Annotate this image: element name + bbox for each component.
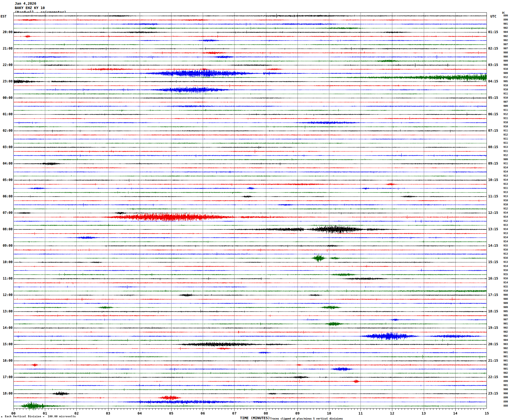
est-hour-label: 23:00	[0, 79, 13, 83]
dc-offset-value: 910	[496, 199, 508, 202]
dc-offset-value: 902	[496, 363, 508, 366]
seismogram-trace-canvas	[13, 12, 487, 412]
dc-offset-value: 910	[496, 84, 508, 87]
dc-offset-value: 910	[496, 96, 508, 99]
dc-offset-value: 912	[496, 207, 508, 210]
dc-offset-value: 914	[496, 166, 508, 169]
dc-offset-value: 905	[496, 314, 508, 317]
dc-offset-value: 902	[496, 347, 508, 350]
dc-offset-value: 911	[496, 129, 508, 132]
dc-offset-value: 904	[496, 339, 508, 341]
dc-offset-value: 908	[496, 55, 508, 58]
dc-offset-value: 914	[496, 265, 508, 267]
dc-offset-value: 916	[496, 269, 508, 272]
x-tick-label: 15	[485, 411, 489, 415]
dc-offset-value: 912	[496, 154, 508, 157]
dc-offset-value: 907	[496, 43, 508, 46]
dc-offset-value: 899	[496, 18, 508, 21]
helicorder-app: { "header": { "date": "Jan 4,2026", "sta…	[0, 0, 509, 420]
dc-offset-value: 903	[496, 343, 508, 346]
dc-offset-value: 916	[496, 277, 508, 280]
dc-offset-value: 916	[496, 257, 508, 259]
dc-offset-value: 901	[496, 359, 508, 362]
dc-offset-value: 911	[496, 109, 508, 111]
est-hour-label: 14:00	[0, 326, 13, 330]
dc-offset-value: 915	[496, 244, 508, 247]
dc-offset-value: 909	[496, 72, 508, 74]
dc-offset-value: 913	[496, 191, 508, 194]
dc-offset-value: 902	[496, 326, 508, 329]
est-hour-label: 11:00	[0, 277, 13, 280]
dc-offset-value: 913	[496, 174, 508, 177]
dc-offset-value: 913	[496, 232, 508, 235]
dc-offset-value: 909	[496, 306, 508, 309]
dc-offset-value: 914	[496, 211, 508, 214]
est-hour-label: 22:00	[0, 63, 13, 67]
est-hour-label: 12:00	[0, 293, 13, 297]
x-tick-label: 09	[295, 411, 300, 415]
dc-offset-value: 901	[496, 355, 508, 358]
x-tick-label: 14	[453, 411, 457, 415]
dc-offset-value: 912	[496, 76, 508, 79]
dc-offset-value: 914	[496, 179, 508, 181]
est-hour-label: 06:00	[0, 194, 13, 198]
dc-offset-value: 905	[496, 310, 508, 313]
x-tick-label: 10	[327, 411, 331, 415]
est-hour-label: 21:00	[0, 47, 13, 50]
dc-offset-value: 907	[496, 47, 508, 50]
x-tick-label: 05	[169, 411, 173, 415]
dc-offset-value: 902	[496, 372, 508, 374]
dc-offset-value: 911	[496, 142, 508, 144]
dc-offset-value: 914	[496, 170, 508, 173]
dc-offset-value: 900	[496, 392, 508, 395]
dc-offset-value: 915	[496, 273, 508, 276]
x-tick-label: 12	[390, 411, 394, 415]
est-hour-label: 13:00	[0, 309, 13, 313]
dc-offset-value: 913	[496, 195, 508, 198]
dc-offset-value: 908	[496, 64, 508, 66]
dc-offset-value: 910	[496, 88, 508, 91]
dc-offset-header: DC	[502, 12, 505, 14]
est-hour-label: 03:00	[0, 145, 13, 149]
dc-offset-value: 908	[496, 51, 508, 54]
x-tick-label: 08	[264, 411, 268, 415]
dc-offset-value: 914	[496, 215, 508, 218]
dc-offset-value: 905	[496, 80, 508, 83]
date-title: Jan 4,2026	[15, 1, 36, 5]
dc-offset-value: 909	[496, 105, 508, 107]
dc-offset-value: 912	[496, 220, 508, 222]
dc-offset-value: 914	[496, 240, 508, 243]
est-hour-label: 07:00	[0, 211, 13, 215]
scale-note: Each Vertical Division = 100.00 microvol…	[5, 415, 76, 418]
station-title: BAKY EHZ KY 10	[15, 6, 45, 10]
dc-offset-value: 914	[496, 236, 508, 239]
dc-offset-value: 914	[496, 228, 508, 231]
dc-offset-value: 900	[496, 388, 508, 391]
dc-offset-value: 914	[496, 281, 508, 284]
est-hour-label: 00:00	[0, 96, 13, 100]
dc-offset-value: 911	[496, 150, 508, 153]
x-tick-label: 11	[358, 411, 363, 415]
dc-offset-value: 901	[496, 367, 508, 370]
dc-offset-value: 911	[496, 92, 508, 95]
x-tick-label: 02	[75, 411, 79, 415]
dc-offset-value: 912	[496, 133, 508, 136]
est-hour-label: 09:00	[0, 244, 13, 248]
dc-offset-value: 904	[496, 31, 508, 33]
dc-offset-value: 902	[496, 39, 508, 42]
dc-offset-value: 911	[496, 117, 508, 120]
x-tick-label: 13	[422, 411, 426, 415]
dc-offset-value: 910	[496, 125, 508, 128]
dc-offset-value: 908	[496, 294, 508, 296]
est-hour-label: 04:00	[0, 162, 13, 165]
corner-mark: M	[1, 416, 2, 418]
x-tick-label: 04	[138, 411, 142, 415]
est-hour-label: 05:00	[0, 178, 13, 182]
clip-note: Traces clipped at plus/minus 5 vertical …	[270, 417, 343, 420]
dc-offset-value: 912	[496, 113, 508, 116]
dc-offset-value: 915	[496, 285, 508, 288]
right-timezone-label: UTC	[490, 15, 496, 18]
est-hour-label: 15:00	[0, 342, 13, 346]
dc-offset-value: 911	[496, 187, 508, 189]
dc-offset-value: 901	[496, 22, 508, 25]
